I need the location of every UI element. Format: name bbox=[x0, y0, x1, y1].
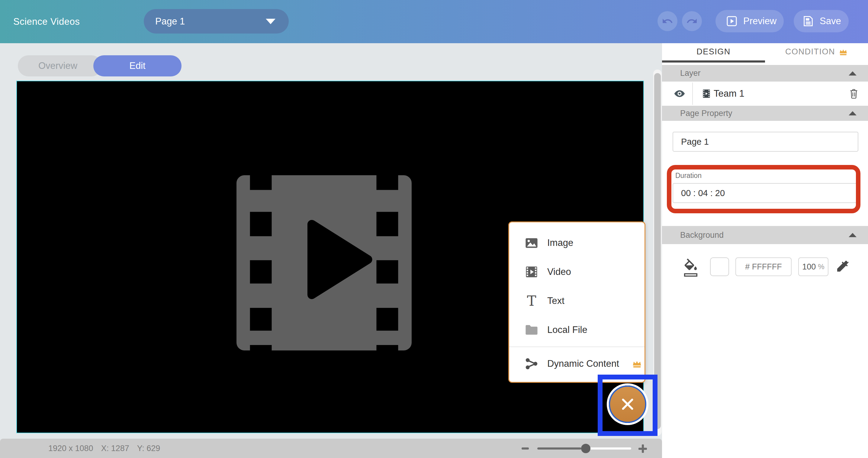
menu-item-label: Local File bbox=[547, 325, 587, 335]
zoom-in-button[interactable] bbox=[639, 445, 647, 453]
undo-button[interactable] bbox=[657, 11, 677, 31]
section-page-property-label: Page Property bbox=[680, 109, 733, 118]
fill-color-button[interactable] bbox=[683, 258, 699, 278]
preview-button[interactable]: Preview bbox=[715, 10, 784, 32]
hex-color-input[interactable]: # FFFFFF bbox=[736, 257, 792, 276]
zoom-slider-thumb[interactable] bbox=[581, 444, 590, 453]
tab-condition[interactable]: CONDITION bbox=[765, 43, 868, 63]
section-background-label: Background bbox=[680, 231, 724, 240]
video-icon bbox=[525, 265, 538, 279]
video-placeholder-icon bbox=[237, 174, 412, 352]
layer-row[interactable]: Team 1 bbox=[662, 82, 868, 106]
page-selector-label: Page 1 bbox=[155, 16, 185, 27]
share-icon bbox=[525, 357, 538, 370]
layer-type-video-icon bbox=[703, 89, 710, 98]
section-header-page-property[interactable]: Page Property bbox=[662, 106, 868, 121]
save-button[interactable]: Save bbox=[794, 10, 849, 32]
collapse-arrow-icon bbox=[849, 71, 857, 75]
canvas-info: 1920 x 1080 X: 1287 Y: 629 bbox=[48, 439, 160, 458]
preview-label: Preview bbox=[743, 16, 776, 27]
paint-bucket-icon bbox=[683, 258, 699, 277]
eyedropper-icon bbox=[835, 259, 850, 273]
duration-label: Duration bbox=[675, 172, 702, 180]
page-name-input[interactable]: Page 1 bbox=[673, 132, 858, 152]
tab-condition-label: CONDITION bbox=[785, 47, 835, 57]
tab-design-label: DESIGN bbox=[696, 47, 731, 57]
tab-overview-label: Overview bbox=[38, 60, 77, 71]
eye-icon bbox=[673, 87, 686, 100]
opacity-unit: % bbox=[818, 263, 824, 271]
add-content-menu: Image Video T Text bbox=[508, 221, 645, 383]
save-icon bbox=[802, 15, 814, 27]
hex-color-value: # FFFFFF bbox=[745, 262, 782, 272]
menu-item-label: Image bbox=[547, 238, 573, 248]
section-header-background[interactable]: Background bbox=[662, 226, 868, 244]
menu-item-local-file[interactable]: Local File bbox=[509, 315, 645, 344]
background-color-swatch[interactable] bbox=[710, 257, 729, 276]
premium-crown-icon bbox=[632, 359, 642, 368]
menu-item-label: Dynamic Content bbox=[547, 358, 619, 369]
canvas-scrollbar-track[interactable] bbox=[653, 69, 662, 436]
menu-item-image[interactable]: Image bbox=[509, 228, 645, 257]
page-selector-dropdown[interactable]: Page 1 bbox=[144, 9, 289, 34]
tab-design[interactable]: DESIGN bbox=[662, 43, 765, 63]
topbar: Science Videos Page 1 Preview bbox=[0, 0, 868, 43]
section-layer-label: Layer bbox=[680, 68, 701, 78]
cursor-x: X: 1287 bbox=[101, 444, 129, 453]
collapse-arrow-icon bbox=[849, 233, 857, 237]
collapse-arrow-icon bbox=[849, 111, 857, 115]
plus-icon bbox=[642, 445, 644, 453]
redo-icon bbox=[686, 16, 698, 27]
image-icon bbox=[524, 236, 539, 249]
layer-name: Team 1 bbox=[714, 82, 744, 106]
project-title: Science Videos bbox=[13, 0, 80, 43]
undo-icon bbox=[662, 16, 673, 27]
properties-sidebar: DESIGN CONDITION Layer bbox=[662, 43, 868, 458]
canvas-resolution: 1920 x 1080 bbox=[48, 444, 93, 453]
section-header-layer[interactable]: Layer bbox=[662, 65, 868, 82]
save-label: Save bbox=[820, 16, 841, 27]
zoom-out-button[interactable] bbox=[522, 448, 529, 450]
premium-crown-icon bbox=[839, 48, 848, 56]
close-icon bbox=[620, 396, 636, 412]
duration-value: 00 : 04 : 20 bbox=[681, 188, 725, 198]
chevron-down-icon bbox=[266, 19, 275, 24]
menu-item-label: Text bbox=[547, 296, 564, 306]
tab-edit[interactable]: Edit bbox=[93, 55, 182, 77]
tab-overview[interactable]: Overview bbox=[18, 55, 102, 77]
redo-button[interactable] bbox=[682, 11, 702, 31]
layer-visibility-button[interactable] bbox=[673, 87, 686, 101]
app-root: Science Videos Page 1 Preview bbox=[0, 0, 868, 458]
statusbar: 1920 x 1080 X: 1287 Y: 629 bbox=[0, 439, 662, 458]
folder-icon bbox=[525, 324, 538, 336]
menu-item-video[interactable]: Video bbox=[509, 257, 645, 286]
sidebar-tabs: DESIGN CONDITION bbox=[662, 43, 868, 63]
menu-item-text[interactable]: T Text bbox=[509, 286, 645, 315]
opacity-input[interactable]: 100 % bbox=[798, 257, 829, 276]
preview-play-icon bbox=[726, 15, 738, 27]
close-menu-button[interactable] bbox=[609, 386, 646, 423]
eyedropper-button[interactable] bbox=[835, 259, 850, 274]
opacity-value: 100 bbox=[802, 262, 816, 272]
duration-input[interactable]: 00 : 04 : 20 bbox=[673, 183, 858, 203]
delete-layer-button[interactable] bbox=[849, 88, 859, 100]
divider bbox=[692, 83, 693, 105]
zoom-slider-fill bbox=[537, 448, 581, 450]
page-name-value: Page 1 bbox=[681, 137, 709, 147]
canvas-scrollbar-thumb[interactable] bbox=[654, 73, 661, 429]
text-icon: T bbox=[524, 294, 539, 308]
menu-item-label: Video bbox=[547, 267, 571, 277]
menu-item-dynamic-content[interactable]: Dynamic Content bbox=[509, 347, 645, 380]
cursor-y: Y: 629 bbox=[137, 444, 160, 453]
trash-icon bbox=[849, 88, 859, 99]
tab-edit-label: Edit bbox=[129, 60, 145, 71]
